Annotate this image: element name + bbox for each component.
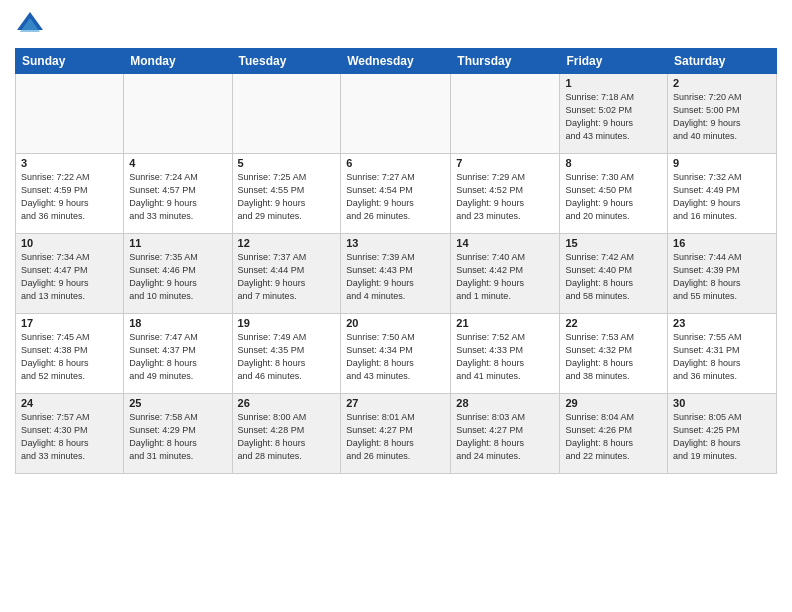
day-cell <box>341 74 451 154</box>
day-info: Sunrise: 7:55 AM Sunset: 4:31 PM Dayligh… <box>673 331 771 383</box>
day-cell: 17Sunrise: 7:45 AM Sunset: 4:38 PM Dayli… <box>16 314 124 394</box>
week-row-5: 24Sunrise: 7:57 AM Sunset: 4:30 PM Dayli… <box>16 394 777 474</box>
day-cell <box>16 74 124 154</box>
weekday-header-monday: Monday <box>124 49 232 74</box>
day-number: 20 <box>346 317 445 329</box>
weekday-header-wednesday: Wednesday <box>341 49 451 74</box>
day-number: 22 <box>565 317 662 329</box>
day-info: Sunrise: 7:49 AM Sunset: 4:35 PM Dayligh… <box>238 331 336 383</box>
day-number: 27 <box>346 397 445 409</box>
day-info: Sunrise: 7:53 AM Sunset: 4:32 PM Dayligh… <box>565 331 662 383</box>
weekday-header-row: SundayMondayTuesdayWednesdayThursdayFrid… <box>16 49 777 74</box>
day-cell <box>451 74 560 154</box>
page: SundayMondayTuesdayWednesdayThursdayFrid… <box>0 0 792 612</box>
day-number: 6 <box>346 157 445 169</box>
day-cell: 30Sunrise: 8:05 AM Sunset: 4:25 PM Dayli… <box>668 394 777 474</box>
weekday-header-saturday: Saturday <box>668 49 777 74</box>
logo <box>15 10 47 40</box>
day-cell: 16Sunrise: 7:44 AM Sunset: 4:39 PM Dayli… <box>668 234 777 314</box>
day-cell: 18Sunrise: 7:47 AM Sunset: 4:37 PM Dayli… <box>124 314 232 394</box>
day-info: Sunrise: 7:30 AM Sunset: 4:50 PM Dayligh… <box>565 171 662 223</box>
day-cell: 28Sunrise: 8:03 AM Sunset: 4:27 PM Dayli… <box>451 394 560 474</box>
day-info: Sunrise: 7:39 AM Sunset: 4:43 PM Dayligh… <box>346 251 445 303</box>
day-info: Sunrise: 7:24 AM Sunset: 4:57 PM Dayligh… <box>129 171 226 223</box>
day-number: 7 <box>456 157 554 169</box>
day-info: Sunrise: 8:05 AM Sunset: 4:25 PM Dayligh… <box>673 411 771 463</box>
day-cell: 11Sunrise: 7:35 AM Sunset: 4:46 PM Dayli… <box>124 234 232 314</box>
day-cell: 8Sunrise: 7:30 AM Sunset: 4:50 PM Daylig… <box>560 154 668 234</box>
day-number: 9 <box>673 157 771 169</box>
day-number: 26 <box>238 397 336 409</box>
day-info: Sunrise: 7:34 AM Sunset: 4:47 PM Dayligh… <box>21 251 118 303</box>
day-cell: 9Sunrise: 7:32 AM Sunset: 4:49 PM Daylig… <box>668 154 777 234</box>
day-number: 16 <box>673 237 771 249</box>
day-number: 8 <box>565 157 662 169</box>
day-info: Sunrise: 7:35 AM Sunset: 4:46 PM Dayligh… <box>129 251 226 303</box>
day-cell: 3Sunrise: 7:22 AM Sunset: 4:59 PM Daylig… <box>16 154 124 234</box>
day-number: 25 <box>129 397 226 409</box>
day-cell: 15Sunrise: 7:42 AM Sunset: 4:40 PM Dayli… <box>560 234 668 314</box>
day-cell: 21Sunrise: 7:52 AM Sunset: 4:33 PM Dayli… <box>451 314 560 394</box>
weekday-header-thursday: Thursday <box>451 49 560 74</box>
day-info: Sunrise: 8:04 AM Sunset: 4:26 PM Dayligh… <box>565 411 662 463</box>
day-number: 5 <box>238 157 336 169</box>
day-cell: 27Sunrise: 8:01 AM Sunset: 4:27 PM Dayli… <box>341 394 451 474</box>
day-number: 2 <box>673 77 771 89</box>
day-cell: 23Sunrise: 7:55 AM Sunset: 4:31 PM Dayli… <box>668 314 777 394</box>
day-cell: 1Sunrise: 7:18 AM Sunset: 5:02 PM Daylig… <box>560 74 668 154</box>
day-info: Sunrise: 8:00 AM Sunset: 4:28 PM Dayligh… <box>238 411 336 463</box>
week-row-4: 17Sunrise: 7:45 AM Sunset: 4:38 PM Dayli… <box>16 314 777 394</box>
day-cell: 20Sunrise: 7:50 AM Sunset: 4:34 PM Dayli… <box>341 314 451 394</box>
day-number: 13 <box>346 237 445 249</box>
day-cell: 14Sunrise: 7:40 AM Sunset: 4:42 PM Dayli… <box>451 234 560 314</box>
calendar: SundayMondayTuesdayWednesdayThursdayFrid… <box>15 48 777 474</box>
day-info: Sunrise: 7:44 AM Sunset: 4:39 PM Dayligh… <box>673 251 771 303</box>
day-info: Sunrise: 7:40 AM Sunset: 4:42 PM Dayligh… <box>456 251 554 303</box>
day-number: 4 <box>129 157 226 169</box>
day-number: 29 <box>565 397 662 409</box>
header <box>15 10 777 40</box>
weekday-header-friday: Friday <box>560 49 668 74</box>
day-info: Sunrise: 8:03 AM Sunset: 4:27 PM Dayligh… <box>456 411 554 463</box>
day-number: 1 <box>565 77 662 89</box>
day-cell: 26Sunrise: 8:00 AM Sunset: 4:28 PM Dayli… <box>232 394 341 474</box>
day-info: Sunrise: 7:25 AM Sunset: 4:55 PM Dayligh… <box>238 171 336 223</box>
day-number: 23 <box>673 317 771 329</box>
day-cell: 12Sunrise: 7:37 AM Sunset: 4:44 PM Dayli… <box>232 234 341 314</box>
day-info: Sunrise: 7:22 AM Sunset: 4:59 PM Dayligh… <box>21 171 118 223</box>
day-cell: 7Sunrise: 7:29 AM Sunset: 4:52 PM Daylig… <box>451 154 560 234</box>
logo-icon <box>15 10 45 40</box>
day-number: 19 <box>238 317 336 329</box>
day-number: 18 <box>129 317 226 329</box>
day-info: Sunrise: 7:27 AM Sunset: 4:54 PM Dayligh… <box>346 171 445 223</box>
day-cell: 10Sunrise: 7:34 AM Sunset: 4:47 PM Dayli… <box>16 234 124 314</box>
week-row-1: 1Sunrise: 7:18 AM Sunset: 5:02 PM Daylig… <box>16 74 777 154</box>
day-cell: 25Sunrise: 7:58 AM Sunset: 4:29 PM Dayli… <box>124 394 232 474</box>
day-cell: 4Sunrise: 7:24 AM Sunset: 4:57 PM Daylig… <box>124 154 232 234</box>
day-number: 12 <box>238 237 336 249</box>
day-cell: 22Sunrise: 7:53 AM Sunset: 4:32 PM Dayli… <box>560 314 668 394</box>
day-cell: 13Sunrise: 7:39 AM Sunset: 4:43 PM Dayli… <box>341 234 451 314</box>
day-info: Sunrise: 7:57 AM Sunset: 4:30 PM Dayligh… <box>21 411 118 463</box>
day-number: 15 <box>565 237 662 249</box>
day-info: Sunrise: 8:01 AM Sunset: 4:27 PM Dayligh… <box>346 411 445 463</box>
day-cell: 2Sunrise: 7:20 AM Sunset: 5:00 PM Daylig… <box>668 74 777 154</box>
day-number: 10 <box>21 237 118 249</box>
day-info: Sunrise: 7:42 AM Sunset: 4:40 PM Dayligh… <box>565 251 662 303</box>
day-info: Sunrise: 7:20 AM Sunset: 5:00 PM Dayligh… <box>673 91 771 143</box>
day-cell: 5Sunrise: 7:25 AM Sunset: 4:55 PM Daylig… <box>232 154 341 234</box>
day-info: Sunrise: 7:37 AM Sunset: 4:44 PM Dayligh… <box>238 251 336 303</box>
day-cell: 24Sunrise: 7:57 AM Sunset: 4:30 PM Dayli… <box>16 394 124 474</box>
day-cell: 19Sunrise: 7:49 AM Sunset: 4:35 PM Dayli… <box>232 314 341 394</box>
day-info: Sunrise: 7:18 AM Sunset: 5:02 PM Dayligh… <box>565 91 662 143</box>
day-number: 21 <box>456 317 554 329</box>
day-cell: 6Sunrise: 7:27 AM Sunset: 4:54 PM Daylig… <box>341 154 451 234</box>
day-number: 30 <box>673 397 771 409</box>
week-row-3: 10Sunrise: 7:34 AM Sunset: 4:47 PM Dayli… <box>16 234 777 314</box>
day-number: 24 <box>21 397 118 409</box>
day-info: Sunrise: 7:50 AM Sunset: 4:34 PM Dayligh… <box>346 331 445 383</box>
day-info: Sunrise: 7:58 AM Sunset: 4:29 PM Dayligh… <box>129 411 226 463</box>
weekday-header-tuesday: Tuesday <box>232 49 341 74</box>
day-number: 14 <box>456 237 554 249</box>
day-number: 28 <box>456 397 554 409</box>
